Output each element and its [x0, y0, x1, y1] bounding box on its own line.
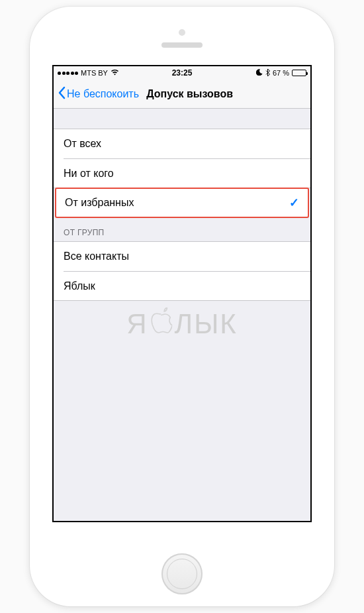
option-label: От избранных: [65, 197, 289, 209]
watermark: Я ЛЫК: [126, 307, 238, 341]
group-all-contacts[interactable]: Все контакты: [54, 242, 310, 271]
battery-percentage: 67 %: [273, 69, 289, 77]
chevron-left-icon: [58, 86, 66, 102]
back-label: Не беспокоить: [67, 88, 139, 100]
clock: 23:25: [172, 68, 193, 78]
signal-strength-icon: [58, 72, 78, 75]
group-label: Все контакты: [64, 251, 300, 262]
front-camera: [179, 29, 185, 36]
screen: MTS BY 23:25 67 %: [52, 65, 312, 522]
group-label: Яблык: [64, 280, 300, 292]
page-title: Допуск вызовов: [146, 88, 233, 100]
apple-icon: [150, 307, 173, 341]
back-button[interactable]: Не беспокоить: [58, 86, 139, 102]
bluetooth-icon: [265, 69, 270, 78]
carrier-label: MTS BY: [81, 69, 108, 77]
watermark-text-right: ЛЫК: [175, 308, 238, 340]
groups-list: Все контакты Яблык: [54, 241, 310, 301]
option-no-one[interactable]: Ни от кого: [64, 158, 310, 188]
checkmark-icon: ✓: [289, 195, 299, 210]
status-bar: MTS BY 23:25 67 %: [54, 66, 310, 80]
option-label: Ни от кого: [64, 168, 300, 180]
wifi-icon: [111, 69, 119, 77]
navigation-bar: Не беспокоить Допуск вызовов: [54, 80, 310, 109]
earpiece-speaker: [161, 42, 203, 48]
home-button[interactable]: [161, 553, 203, 594]
battery-icon: [292, 70, 306, 76]
group-yablyk[interactable]: Яблык: [64, 271, 310, 300]
allow-calls-options-list: От всех Ни от кого: [54, 129, 310, 188]
groups-section-header: ОТ ГРУПП: [54, 217, 310, 241]
option-everyone[interactable]: От всех: [54, 129, 310, 158]
phone-frame: MTS BY 23:25 67 %: [30, 7, 334, 606]
option-favorites[interactable]: От избранных ✓: [55, 188, 309, 218]
watermark-text-left: Я: [126, 308, 148, 340]
phone-earpiece-zone: [161, 29, 203, 48]
option-label: От всех: [64, 138, 300, 150]
dnd-moon-icon: [256, 69, 263, 77]
